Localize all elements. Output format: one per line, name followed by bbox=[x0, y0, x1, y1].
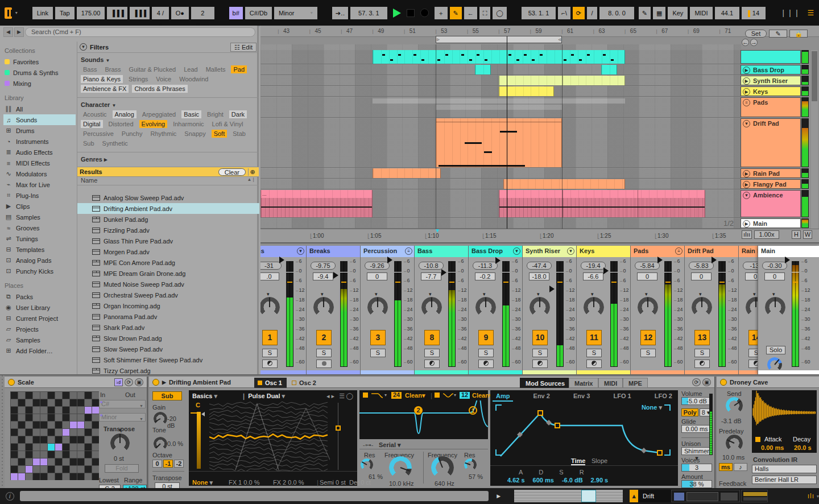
device-selector-toggle[interactable]: ▲ bbox=[630, 490, 638, 502]
scale-grid-cell-mapped[interactable] bbox=[92, 407, 99, 414]
scale-grid-cell[interactable] bbox=[77, 444, 84, 451]
result-item[interactable]: Soft Shimmer Filter Sweep Pad.adv bbox=[77, 354, 259, 365]
tab-midi[interactable]: MIDI bbox=[598, 378, 623, 388]
droney-activator[interactable] bbox=[720, 379, 727, 386]
midi-map-button[interactable]: MIDI bbox=[690, 7, 712, 19]
add-filter-button[interactable]: ⊕ bbox=[248, 168, 257, 176]
scale-grid-cell[interactable] bbox=[18, 436, 25, 443]
filter1-mode-dropdown[interactable]: Clean▾ bbox=[405, 392, 425, 399]
volume-indicator[interactable] bbox=[549, 286, 555, 292]
scale-grid-cell[interactable] bbox=[85, 451, 92, 458]
filter2-node[interactable]: 2 bbox=[414, 406, 423, 415]
chain-play-icon[interactable]: ▶ bbox=[497, 493, 500, 499]
sidebar-item-tunings[interactable]: ⇌Tunings bbox=[3, 233, 76, 244]
scale-grid-cell[interactable] bbox=[26, 436, 32, 443]
knob[interactable] bbox=[110, 433, 130, 453]
filter-tag-rhythmic[interactable]: Rhythmic bbox=[148, 130, 179, 138]
filter-tag-bass[interactable]: Bass bbox=[81, 65, 99, 73]
octave-button--1[interactable]: -1 bbox=[163, 460, 173, 468]
filter-tag-lofi-vinyl[interactable]: Lofi & Vinyl bbox=[210, 120, 246, 128]
filter-tag-percussive[interactable]: Percussive bbox=[81, 130, 116, 138]
result-item[interactable]: Slow Sweep Pad.adv bbox=[77, 344, 259, 354]
scale-grid-cell[interactable] bbox=[55, 458, 62, 465]
play-icon[interactable]: ▶ bbox=[743, 77, 750, 85]
sidebar-item-current-project[interactable]: ⊟Current Project bbox=[3, 313, 76, 324]
arm-button[interactable] bbox=[532, 360, 548, 368]
output-meter-icon[interactable]: ılı bbox=[808, 492, 814, 500]
ir-decay-value[interactable]: 20.0 s bbox=[794, 444, 812, 451]
volume-field[interactable]: -18.0 bbox=[529, 272, 549, 280]
scale-grid-cell[interactable] bbox=[18, 451, 25, 458]
peak-level-display[interactable]: -10.8 bbox=[419, 262, 444, 270]
scale-grid-cell[interactable] bbox=[63, 458, 69, 465]
scale-grid-cell[interactable] bbox=[40, 429, 47, 436]
octave-button--2[interactable]: -2 bbox=[174, 460, 184, 468]
filter-tag-analog[interactable]: Analog bbox=[113, 110, 136, 118]
clip-ambience[interactable] bbox=[499, 190, 705, 217]
ms-sync-button[interactable]: ms bbox=[719, 463, 733, 471]
play-icon[interactable]: ▶ bbox=[743, 170, 750, 177]
filter1-toggle[interactable] bbox=[363, 393, 368, 398]
wavetable-dropdown[interactable]: ❘ Pulse Dual ▾ bbox=[241, 393, 285, 400]
knob[interactable] bbox=[692, 297, 712, 317]
filter1-type-icon[interactable] bbox=[371, 392, 383, 399]
filters-collapse-icon[interactable]: ▼ bbox=[80, 43, 87, 51]
volume-field[interactable]: -7.7 bbox=[421, 272, 441, 280]
track-header-ambience[interactable]: ▼Ambience bbox=[741, 190, 801, 217]
scale-grid-cell[interactable] bbox=[63, 392, 69, 399]
scale-grid-cell[interactable] bbox=[85, 399, 92, 406]
result-item[interactable]: Orchestral Sweep Pad.adv bbox=[77, 290, 259, 300]
scale-grid-cell[interactable] bbox=[85, 414, 92, 421]
knob[interactable] bbox=[431, 456, 454, 479]
scale-grid-cell[interactable] bbox=[77, 451, 84, 458]
record-button[interactable] bbox=[420, 9, 429, 17]
knob[interactable] bbox=[726, 435, 743, 452]
scale-activator[interactable] bbox=[8, 379, 15, 386]
osc-fx1-value[interactable]: FX 1 0.0 % bbox=[229, 479, 259, 486]
arrangement-vscrollbar[interactable] bbox=[811, 50, 818, 229]
result-item[interactable]: Drifting Ambient Pad.adv bbox=[77, 203, 259, 214]
scale-grid-cell[interactable] bbox=[18, 444, 25, 451]
scale-grid-cell[interactable] bbox=[55, 473, 62, 480]
scale-grid-cell[interactable] bbox=[11, 392, 18, 399]
ir-attack-value[interactable]: 0.00 ms bbox=[761, 444, 784, 451]
scale-grid-cell[interactable] bbox=[11, 407, 18, 414]
play-icon[interactable]: ▶ bbox=[743, 220, 750, 228]
fold-icon[interactable]: ▼ bbox=[743, 192, 750, 199]
loop-start-field[interactable]: 53. 1. 1 bbox=[522, 7, 556, 19]
scale-grid-cell[interactable] bbox=[77, 466, 84, 473]
volume-indicator[interactable] bbox=[785, 257, 790, 263]
scale-grid-cell[interactable] bbox=[40, 392, 47, 399]
mixer-track-title[interactable]: Breaks bbox=[307, 246, 360, 257]
scale-grid-cell[interactable] bbox=[11, 436, 18, 443]
scale-grid-cell[interactable] bbox=[85, 444, 92, 451]
scale-grid-cell[interactable] bbox=[11, 414, 18, 421]
knob[interactable] bbox=[260, 297, 280, 317]
scale-root-dropdown[interactable]: C#▼ bbox=[99, 400, 146, 408]
scale-root-selector[interactable]: C#/Db ▾ bbox=[245, 7, 272, 19]
scale-grid-cell[interactable] bbox=[33, 473, 40, 480]
scale-grid-cell[interactable] bbox=[85, 392, 92, 399]
knob[interactable] bbox=[475, 297, 496, 317]
arrangement-position-field[interactable]: 57. 3. 1 bbox=[350, 7, 387, 19]
play-button[interactable] bbox=[393, 9, 401, 18]
scale-grid-cell[interactable] bbox=[77, 392, 84, 399]
scale-grid-cell[interactable] bbox=[26, 414, 32, 421]
sidebar-item-grooves[interactable]: ≈Grooves bbox=[3, 222, 76, 233]
scale-grid-cell[interactable] bbox=[92, 466, 99, 473]
genres-filter-header[interactable]: Genres ▸ bbox=[77, 152, 259, 167]
scale-grid-cell[interactable] bbox=[18, 407, 25, 414]
sidebar-item-drums-synths[interactable]: Drums & Synths bbox=[3, 67, 76, 78]
knob[interactable] bbox=[638, 297, 658, 317]
scale-grid-cell[interactable] bbox=[33, 451, 40, 458]
osc-position-slider[interactable] bbox=[338, 403, 338, 470]
wavetable-circle-icon[interactable]: ◯ bbox=[346, 393, 353, 400]
decay-value[interactable]: 600 ms bbox=[533, 477, 554, 484]
scale-grid-cell[interactable] bbox=[40, 451, 47, 458]
result-item[interactable]: Fizzling Pad.adv bbox=[77, 225, 259, 236]
scale-grid-cell[interactable] bbox=[63, 399, 69, 406]
solo-button[interactable]: S bbox=[478, 349, 494, 357]
scale-grid-cell[interactable] bbox=[92, 451, 99, 458]
scale-awareness-icon[interactable]: ♭♯ bbox=[114, 378, 123, 386]
scale-grid-cell[interactable] bbox=[92, 444, 99, 451]
